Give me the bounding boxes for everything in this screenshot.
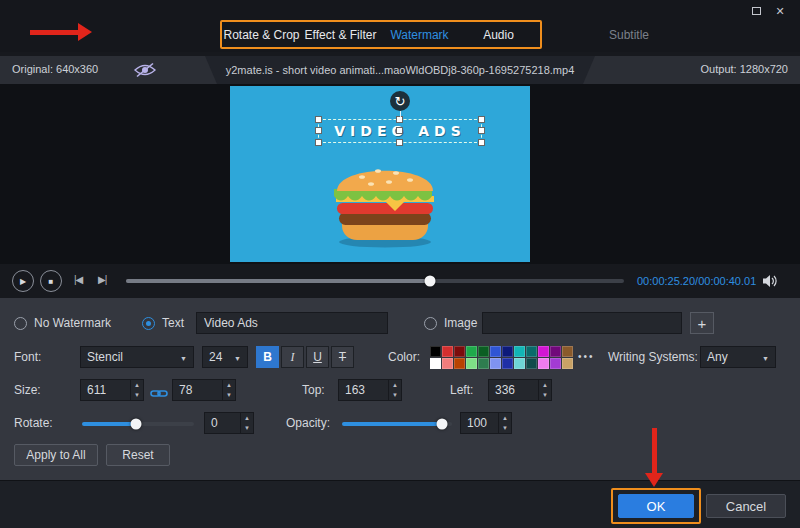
titlebar: ✕ bbox=[0, 0, 800, 22]
color-swatch[interactable] bbox=[514, 346, 525, 357]
color-swatch[interactable] bbox=[562, 358, 573, 369]
writing-systems-label: Writing Systems: bbox=[608, 350, 698, 364]
rotate-slider-knob[interactable] bbox=[130, 419, 141, 430]
opacity-slider-knob[interactable] bbox=[437, 419, 448, 430]
color-swatch[interactable] bbox=[430, 346, 441, 357]
underline-button[interactable]: U bbox=[306, 346, 329, 368]
bold-button[interactable]: B bbox=[256, 346, 279, 368]
no-watermark-radio[interactable] bbox=[14, 317, 27, 330]
tab-effect-filter[interactable]: Effect & Filter bbox=[301, 22, 380, 50]
next-frame-button[interactable]: ▶| bbox=[98, 274, 106, 285]
seek-slider-knob[interactable] bbox=[424, 276, 435, 287]
spin-down-icon[interactable] bbox=[223, 390, 235, 400]
color-swatch[interactable] bbox=[442, 358, 453, 369]
original-resolution-label: Original: 640x360 bbox=[12, 63, 98, 75]
width-spinner[interactable]: 611 bbox=[80, 379, 144, 401]
color-swatch[interactable] bbox=[526, 358, 537, 369]
rotate-handle-icon[interactable]: ↻ bbox=[390, 91, 410, 111]
color-swatch[interactable] bbox=[478, 346, 489, 357]
image-watermark-label: Image bbox=[444, 316, 477, 330]
spin-down-icon[interactable] bbox=[241, 423, 253, 433]
color-swatch[interactable] bbox=[466, 358, 477, 369]
resize-handle[interactable] bbox=[396, 139, 403, 146]
spin-down-icon[interactable] bbox=[499, 423, 511, 433]
font-select[interactable]: Stencil bbox=[80, 346, 194, 368]
ok-button[interactable]: OK bbox=[618, 494, 694, 518]
maximize-icon[interactable] bbox=[748, 4, 764, 18]
watermark-text-input[interactable] bbox=[196, 312, 388, 334]
move-handle[interactable] bbox=[396, 127, 403, 134]
stop-icon: ■ bbox=[49, 277, 54, 286]
volume-icon[interactable] bbox=[762, 274, 778, 292]
text-watermark-radio[interactable] bbox=[142, 317, 155, 330]
reset-button[interactable]: Reset bbox=[106, 444, 170, 466]
apply-to-all-button[interactable]: Apply to All bbox=[14, 444, 98, 466]
link-ratio-icon[interactable] bbox=[150, 385, 168, 403]
resize-handle[interactable] bbox=[315, 139, 322, 146]
tab-rotate-crop[interactable]: Rotate & Crop bbox=[222, 22, 301, 50]
add-image-button[interactable]: + bbox=[690, 312, 714, 334]
playback-bar: ▶ ■ |◀ ▶| 00:00:25.20/00:00:40.01 bbox=[0, 264, 800, 298]
color-swatch[interactable] bbox=[442, 346, 453, 357]
rotate-spinner[interactable]: 0 bbox=[204, 412, 254, 434]
color-swatch[interactable] bbox=[430, 358, 441, 369]
height-spinner[interactable]: 78 bbox=[172, 379, 236, 401]
spin-up-icon[interactable] bbox=[131, 380, 143, 390]
watermark-image-input[interactable] bbox=[482, 312, 682, 334]
preview-eye-icon[interactable] bbox=[134, 62, 156, 82]
more-colors-button[interactable]: ••• bbox=[578, 351, 595, 362]
color-swatch[interactable] bbox=[454, 358, 465, 369]
tab-watermark[interactable]: Watermark bbox=[380, 22, 459, 50]
watermark-selection-box[interactable]: VIDEO ADS ↻ bbox=[318, 119, 482, 143]
color-swatch[interactable] bbox=[466, 346, 477, 357]
spin-up-icon[interactable] bbox=[389, 380, 401, 390]
color-swatch[interactable] bbox=[550, 346, 561, 357]
rotate-slider[interactable] bbox=[82, 422, 194, 426]
resize-handle[interactable] bbox=[478, 127, 485, 134]
resize-handle[interactable] bbox=[478, 116, 485, 123]
play-button[interactable]: ▶ bbox=[12, 270, 34, 292]
color-swatch[interactable] bbox=[502, 358, 513, 369]
writing-systems-select[interactable]: Any bbox=[700, 346, 776, 368]
strikethrough-button[interactable]: T bbox=[331, 346, 354, 368]
color-swatch[interactable] bbox=[490, 346, 501, 357]
top-spinner[interactable]: 163 bbox=[338, 379, 402, 401]
color-swatch[interactable] bbox=[562, 346, 573, 357]
left-label: Left: bbox=[450, 383, 473, 397]
spin-up-icon[interactable] bbox=[223, 380, 235, 390]
close-icon[interactable]: ✕ bbox=[772, 4, 788, 18]
stop-button[interactable]: ■ bbox=[40, 270, 62, 292]
color-swatch[interactable] bbox=[538, 358, 549, 369]
italic-button[interactable]: I bbox=[281, 346, 304, 368]
top-label: Top: bbox=[302, 383, 325, 397]
spin-up-icon[interactable] bbox=[539, 380, 551, 390]
tab-audio[interactable]: Audio bbox=[459, 22, 538, 50]
image-watermark-radio[interactable] bbox=[424, 317, 437, 330]
color-swatch[interactable] bbox=[538, 346, 549, 357]
seek-slider[interactable] bbox=[126, 279, 624, 283]
color-swatch[interactable] bbox=[526, 346, 537, 357]
color-swatch[interactable] bbox=[490, 358, 501, 369]
spin-down-icon[interactable] bbox=[389, 390, 401, 400]
tab-subtitle[interactable]: Subtitle bbox=[584, 22, 674, 50]
opacity-slider[interactable] bbox=[342, 422, 452, 426]
spin-down-icon[interactable] bbox=[131, 390, 143, 400]
rotate-opacity-row: Rotate: 0 Opacity: 100 bbox=[0, 412, 800, 436]
cancel-button[interactable]: Cancel bbox=[706, 494, 786, 518]
resize-handle[interactable] bbox=[315, 116, 322, 123]
font-size-select[interactable]: 24 bbox=[202, 346, 248, 368]
spin-up-icon[interactable] bbox=[499, 413, 511, 423]
color-swatch[interactable] bbox=[502, 346, 513, 357]
color-swatch[interactable] bbox=[454, 346, 465, 357]
spin-up-icon[interactable] bbox=[241, 413, 253, 423]
left-spinner[interactable]: 336 bbox=[488, 379, 552, 401]
size-label: Size: bbox=[14, 383, 41, 397]
opacity-spinner[interactable]: 100 bbox=[460, 412, 512, 434]
resize-handle[interactable] bbox=[478, 139, 485, 146]
spin-down-icon[interactable] bbox=[539, 390, 551, 400]
prev-frame-button[interactable]: |◀ bbox=[74, 274, 82, 285]
color-swatch[interactable] bbox=[550, 358, 561, 369]
color-swatch[interactable] bbox=[478, 358, 489, 369]
resize-handle[interactable] bbox=[315, 127, 322, 134]
color-swatch[interactable] bbox=[514, 358, 525, 369]
